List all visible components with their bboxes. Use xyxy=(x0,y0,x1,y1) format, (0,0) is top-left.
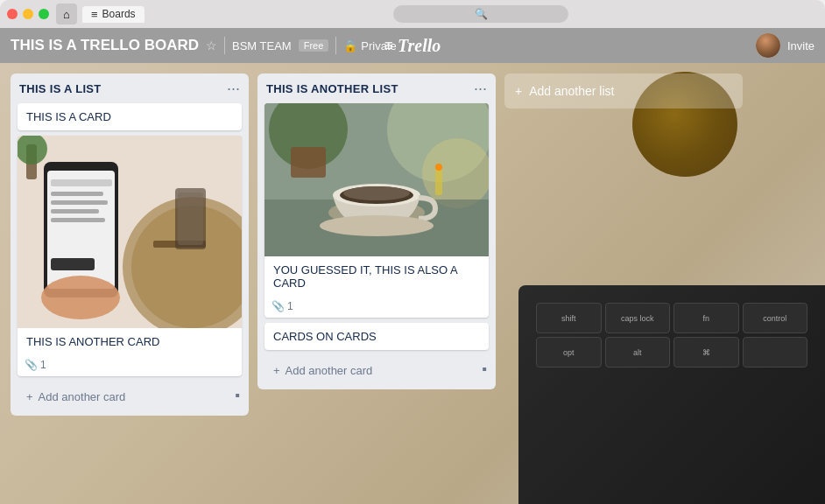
svg-point-28 xyxy=(435,164,442,171)
card-3-footer: 📎 1 xyxy=(264,297,489,318)
list-2: THIS IS ANOTHER LIST ··· xyxy=(257,74,496,389)
template-button-2[interactable]: ▪ xyxy=(482,361,487,377)
topbar-left: THIS IS A TRELLO BOARD ☆ BSM TEAM Free 🔒… xyxy=(11,37,397,54)
plus-icon-list: + xyxy=(515,84,522,98)
svg-rect-14 xyxy=(178,192,203,245)
list-2-header: THIS IS ANOTHER LIST ··· xyxy=(264,80,489,96)
divider xyxy=(224,37,225,54)
free-badge: Free xyxy=(299,39,329,52)
svg-rect-27 xyxy=(435,169,442,195)
paperclip-icon-3: 📎 xyxy=(271,300,285,312)
add-card-label-1: Add another card xyxy=(39,390,126,403)
divider2 xyxy=(335,37,336,54)
card-4[interactable]: CARDS ON CARDS xyxy=(264,323,489,350)
list-1-menu-button[interactable]: ··· xyxy=(227,80,240,96)
card-3-text: YOU GUESSED IT, THIS IS ALSO A CARD xyxy=(264,256,489,297)
card-4-text: CARDS ON CARDS xyxy=(264,323,489,350)
lists-container: THIS IS A LIST ··· THIS IS A CARD xyxy=(0,63,753,504)
attachment-count-3: 1 xyxy=(287,300,293,312)
board-title: THIS IS A TRELLO BOARD xyxy=(11,37,199,54)
invite-button[interactable]: Invite xyxy=(787,39,814,52)
paperclip-icon-2: 📎 xyxy=(25,359,38,371)
board-area: shift caps lock fn control opt alt ⌘ THI… xyxy=(0,63,825,504)
star-button[interactable]: ☆ xyxy=(206,38,217,52)
svg-rect-10 xyxy=(51,218,105,222)
list-2-title: THIS IS ANOTHER LIST xyxy=(266,82,398,95)
team-badge: BSM TEAM xyxy=(232,39,292,52)
add-card-label-2: Add another card xyxy=(286,364,373,377)
svg-rect-5 xyxy=(47,171,115,289)
close-button[interactable] xyxy=(7,9,18,19)
svg-point-12 xyxy=(41,276,120,319)
list-2-menu-button[interactable]: ··· xyxy=(474,80,487,96)
template-button-1[interactable]: ▪ xyxy=(235,388,240,403)
topbar: THIS IS A TRELLO BOARD ☆ BSM TEAM Free 🔒… xyxy=(0,28,825,63)
browser-tab[interactable]: ≡ Boards xyxy=(82,6,145,23)
plus-icon-2: + xyxy=(273,364,280,377)
card-2-image xyxy=(18,136,242,328)
lock-icon: 🔒 xyxy=(343,39,357,52)
add-list-label: Add another list xyxy=(529,84,614,98)
trello-logo: ≡ Trello xyxy=(384,36,441,56)
add-list-button[interactable]: + Add another list xyxy=(504,74,743,108)
traffic-lights xyxy=(7,9,49,19)
home-icon[interactable]: ⌂ xyxy=(56,4,77,24)
list-1: THIS IS A LIST ··· THIS IS A CARD xyxy=(11,74,249,416)
svg-point-26 xyxy=(343,186,410,200)
attachment-count-2: 1 xyxy=(40,359,46,371)
invite-label: Invite xyxy=(787,39,814,52)
avatar[interactable] xyxy=(756,33,780,58)
card-1-text: THIS IS A CARD xyxy=(18,103,242,130)
add-card-button-1[interactable]: + Add another card xyxy=(19,385,235,409)
list-1-title: THIS IS A LIST xyxy=(19,82,102,95)
logo-text: Trello xyxy=(398,36,441,56)
card-1[interactable]: THIS IS A CARD xyxy=(18,103,242,130)
svg-rect-9 xyxy=(51,209,99,214)
list-1-footer: + Add another card ▪ xyxy=(18,382,242,409)
card-2[interactable]: THIS IS ANOTHER CARD 📎 1 xyxy=(18,136,242,376)
attachment-badge-3: 📎 1 xyxy=(271,300,293,312)
svg-point-29 xyxy=(320,215,434,236)
search-icon: 🔍 xyxy=(475,8,488,20)
svg-rect-11 xyxy=(51,258,95,270)
card-3-image xyxy=(264,103,489,256)
card-2-footer: 📎 1 xyxy=(18,355,242,376)
plus-icon-1: + xyxy=(26,390,33,403)
add-card-button-2[interactable]: + Add another card xyxy=(266,359,482,382)
minimize-button[interactable] xyxy=(23,9,33,19)
topbar-right: Invite xyxy=(756,33,814,58)
list-2-footer: + Add another card ▪ xyxy=(264,355,489,382)
card-2-text: THIS IS ANOTHER CARD xyxy=(18,328,242,355)
window-chrome: ⌂ ≡ Boards 🔍 xyxy=(0,0,825,28)
svg-rect-6 xyxy=(51,179,112,186)
card-3[interactable]: YOU GUESSED IT, THIS IS ALSO A CARD 📎 1 xyxy=(264,103,489,318)
svg-rect-21 xyxy=(291,147,326,178)
svg-rect-7 xyxy=(51,192,103,196)
list-1-header: THIS IS A LIST ··· xyxy=(18,80,242,96)
maximize-button[interactable] xyxy=(39,9,49,19)
svg-rect-8 xyxy=(51,200,108,205)
tab-label: Boards xyxy=(102,8,136,20)
team-name: BSM TEAM xyxy=(232,39,292,52)
attachment-badge-2: 📎 1 xyxy=(25,359,46,371)
address-bar[interactable]: 🔍 xyxy=(393,5,568,23)
